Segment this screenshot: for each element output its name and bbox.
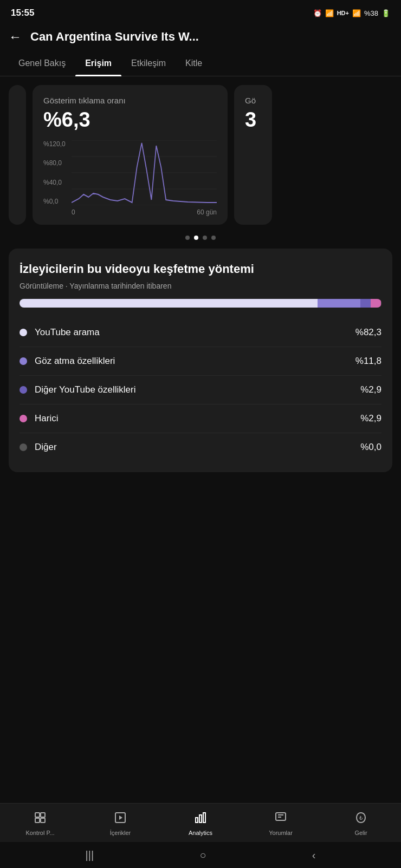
dot-external [20,415,27,422]
status-bar: 15:55 ⏰ 📶 HD+ 📶 %38 🔋 [0,0,401,24]
dashboard-icon [34,811,47,827]
y-label-120: %120,0 [43,140,66,148]
nav-item-dashboard[interactable]: Kontrol P... [0,809,80,838]
item-label-external: Harici [35,413,360,424]
tab-etkilesim[interactable]: Etkileşim [121,51,176,76]
svg-rect-5 [35,813,40,817]
chart-svg-wrap [72,140,217,205]
pb-external [371,299,381,308]
nav-label-content: İçerikler [110,830,131,836]
nav-label-dashboard: Kontrol P... [26,830,55,836]
nav-item-revenue[interactable]: ₺ Gelir [321,809,401,838]
ctr-label: Gösterim tıklama oranı [43,96,217,105]
nav-item-comments[interactable]: Yorumlar [241,809,321,838]
dot-other [20,443,27,451]
hd-icon: HD+ [337,10,349,16]
y-label-40: %40,0 [43,179,66,186]
x-label-60: 60 gün [197,208,217,216]
item-label-browse: Göz atma özellikleri [35,356,355,367]
page-title: Can Argentina Survive Its W... [30,30,199,44]
item-label-search: YouTube arama [35,327,355,338]
alarm-icon: ⏰ [313,9,322,17]
partial-right-card: Gö 3 [234,85,272,225]
nav-item-analytics[interactable]: Analytics [160,809,241,838]
tab-erisim[interactable]: Erişim [75,51,121,76]
nav-item-content[interactable]: İçerikler [80,809,160,838]
y-label-80: %80,0 [43,159,66,167]
svg-rect-12 [199,815,202,823]
svg-rect-6 [41,813,45,817]
chart-y-labels: %120,0 %80,0 %40,0 %0,0 [43,140,66,205]
partial-card-label: Gö [245,96,261,105]
pb-other [381,299,381,308]
comments-icon [274,811,287,827]
list-item: Harici %2,9 [20,404,381,433]
status-icons: ⏰ 📶 HD+ 📶 %38 🔋 [313,9,390,17]
x-label-0: 0 [72,208,75,216]
item-pct-external: %2,9 [360,413,381,424]
svg-text:₺: ₺ [359,815,363,821]
svg-rect-13 [203,813,205,823]
header: ← Can Argentina Survive Its W... [0,24,401,51]
y-label-0: %0,0 [43,198,66,205]
list-item: YouTube arama %82,3 [20,318,381,347]
bottom-nav: Kontrol P... İçerikler Analytics [0,803,401,842]
ctr-card: Gösterim tıklama oranı %6,3 %120,0 %80,0… [33,85,228,225]
battery-text: %38 [364,9,378,17]
nav-label-comments: Yorumlar [269,830,293,836]
card-peek-left [9,85,26,225]
discovery-list: YouTube arama %82,3 Göz atma özellikleri… [20,318,381,461]
content-icon [114,811,127,827]
wifi-icon: 📶 [325,9,334,17]
svg-rect-8 [41,818,45,823]
partial-card-value: 3 [245,108,261,132]
signal-icon: 📶 [352,9,361,17]
back-button[interactable]: ← [9,29,22,44]
discovery-section: İzleyicilerin bu videoyu keşfetme yöntem… [9,249,392,472]
dot-other-yt [20,386,27,394]
item-pct-other-yt: %2,9 [360,384,381,395]
analytics-icon [194,811,207,827]
ctr-value: %6,3 [43,108,217,132]
ctr-chart: %120,0 %80,0 %40,0 %0,0 [43,140,217,216]
status-time: 15:55 [11,8,34,18]
dot-browse [20,357,27,365]
progress-bar [20,299,381,308]
gesture-bar: ||| ○ ‹ [0,842,401,868]
gesture-center: ○ [199,849,206,862]
carousel-scroll: Gösterim tıklama oranı %6,3 %120,0 %80,0… [0,85,401,225]
tab-genel-bakis[interactable]: Genel Bakış [9,51,75,76]
dot-2 [194,236,198,240]
dot-3 [203,236,207,240]
discovery-subtitle: Görüntüleme · Yayınlanma tarihinden itib… [20,282,381,290]
discovery-title: İzleyicilerin bu videoyu keşfetme yöntem… [20,262,381,277]
pb-other-yt [360,299,371,308]
revenue-icon: ₺ [354,811,367,827]
tabs: Genel Bakış Erişim Etkileşim Kitle [0,51,401,76]
list-item: Göz atma özellikleri %11,8 [20,347,381,376]
item-label-other-yt: Diğer YouTube özellikleri [35,384,360,395]
nav-label-revenue: Gelir [354,830,367,836]
svg-rect-11 [196,818,198,823]
gesture-right: ‹ [312,849,316,862]
dot-1 [185,236,190,240]
pb-search [20,299,318,308]
item-pct-other: %0,0 [360,442,381,453]
pb-browse [318,299,360,308]
list-item: Diğer %0,0 [20,433,381,461]
svg-rect-7 [35,818,40,823]
carousel-area: Gösterim tıklama oranı %6,3 %120,0 %80,0… [0,76,401,231]
dot-search [20,329,27,336]
battery-icon: 🔋 [381,9,390,17]
list-item: Diğer YouTube özellikleri %2,9 [20,376,381,404]
chart-x-labels: 0 60 gün [72,208,217,216]
svg-marker-10 [119,815,122,820]
gesture-left: ||| [86,849,94,862]
carousel-dots [0,231,401,242]
nav-label-analytics: Analytics [189,830,212,836]
item-pct-search: %82,3 [355,327,381,338]
item-pct-browse: %11,8 [355,356,381,367]
dot-4 [211,236,216,240]
item-label-other: Diğer [35,442,360,453]
tab-kitle[interactable]: Kitle [176,51,212,76]
